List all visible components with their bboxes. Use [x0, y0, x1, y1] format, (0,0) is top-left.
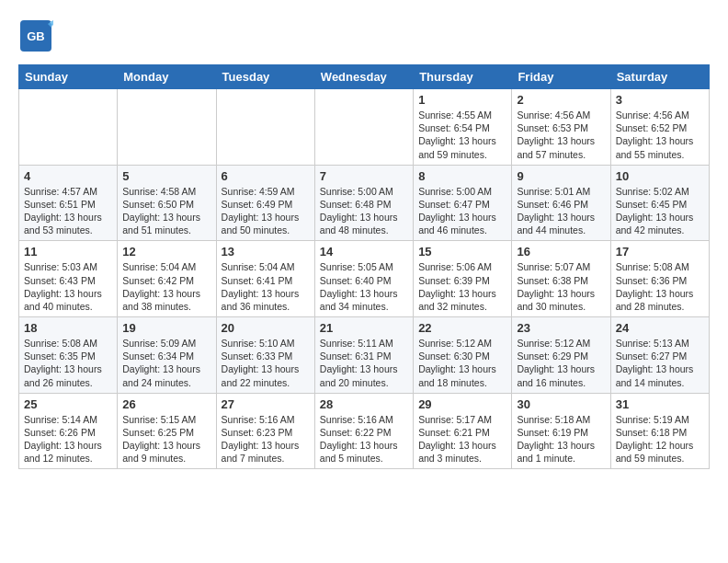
calendar-cell: 9Sunrise: 5:01 AM Sunset: 6:46 PM Daylig…: [512, 165, 610, 241]
calendar-cell: 31Sunrise: 5:19 AM Sunset: 6:18 PM Dayli…: [610, 393, 709, 469]
weekday-header-monday: Monday: [118, 65, 216, 89]
day-info: Sunrise: 5:07 AM Sunset: 6:38 PM Dayligh…: [517, 260, 605, 313]
day-number: 24: [616, 321, 704, 335]
day-number: 2: [517, 93, 605, 107]
weekday-header-sunday: Sunday: [19, 65, 118, 89]
calendar-cell: 28Sunrise: 5:16 AM Sunset: 6:22 PM Dayli…: [314, 393, 413, 469]
calendar-cell: 11Sunrise: 5:03 AM Sunset: 6:43 PM Dayli…: [19, 241, 118, 317]
day-info: Sunrise: 5:04 AM Sunset: 6:42 PM Dayligh…: [122, 260, 210, 313]
day-info: Sunrise: 5:00 AM Sunset: 6:47 PM Dayligh…: [418, 185, 506, 237]
calendar-cell: 4Sunrise: 4:57 AM Sunset: 6:51 PM Daylig…: [19, 165, 118, 241]
calendar-cell: 29Sunrise: 5:17 AM Sunset: 6:21 PM Dayli…: [414, 393, 512, 469]
page-container: GB SundayMondayTuesdayWednesdayThursdayF…: [0, 0, 728, 478]
calendar-cell: 25Sunrise: 5:14 AM Sunset: 6:26 PM Dayli…: [19, 393, 118, 469]
calendar-cell: 21Sunrise: 5:11 AM Sunset: 6:31 PM Dayli…: [314, 317, 413, 394]
calendar-cell: 1Sunrise: 4:55 AM Sunset: 6:54 PM Daylig…: [414, 89, 512, 166]
day-info: Sunrise: 5:04 AM Sunset: 6:41 PM Dayligh…: [222, 260, 310, 313]
calendar-week-row: 1Sunrise: 4:55 AM Sunset: 6:54 PM Daylig…: [19, 89, 710, 166]
day-info: Sunrise: 4:55 AM Sunset: 6:54 PM Dayligh…: [418, 109, 506, 161]
calendar-cell: 14Sunrise: 5:05 AM Sunset: 6:40 PM Dayli…: [314, 241, 413, 317]
calendar-week-row: 18Sunrise: 5:08 AM Sunset: 6:35 PM Dayli…: [19, 317, 710, 394]
logo-area: GB: [18, 18, 57, 53]
day-number: 31: [616, 397, 704, 411]
calendar-cell: 10Sunrise: 5:02 AM Sunset: 6:45 PM Dayli…: [610, 165, 709, 241]
day-number: 10: [616, 169, 704, 183]
day-info: Sunrise: 5:01 AM Sunset: 6:46 PM Dayligh…: [517, 185, 605, 237]
day-number: 3: [616, 93, 704, 107]
day-number: 11: [24, 245, 112, 259]
day-number: 20: [222, 321, 310, 335]
day-number: 14: [320, 245, 408, 259]
calendar-cell: 30Sunrise: 5:18 AM Sunset: 6:19 PM Dayli…: [512, 393, 610, 469]
calendar-cell: [216, 89, 314, 166]
svg-text:GB: GB: [27, 29, 45, 43]
day-number: 29: [418, 397, 506, 411]
day-number: 5: [122, 169, 210, 183]
calendar-cell: 7Sunrise: 5:00 AM Sunset: 6:48 PM Daylig…: [314, 165, 413, 241]
day-info: Sunrise: 4:57 AM Sunset: 6:51 PM Dayligh…: [24, 185, 112, 237]
day-number: 19: [122, 321, 210, 335]
calendar-table: SundayMondayTuesdayWednesdayThursdayFrid…: [18, 64, 710, 469]
day-info: Sunrise: 5:11 AM Sunset: 6:31 PM Dayligh…: [320, 337, 408, 389]
calendar-cell: 12Sunrise: 5:04 AM Sunset: 6:42 PM Dayli…: [118, 241, 216, 317]
day-info: Sunrise: 5:08 AM Sunset: 6:35 PM Dayligh…: [24, 337, 112, 389]
day-info: Sunrise: 4:56 AM Sunset: 6:52 PM Dayligh…: [616, 109, 704, 161]
day-info: Sunrise: 5:02 AM Sunset: 6:45 PM Dayligh…: [616, 185, 704, 237]
calendar-cell: 23Sunrise: 5:12 AM Sunset: 6:29 PM Dayli…: [512, 317, 610, 394]
weekday-header-tuesday: Tuesday: [216, 65, 314, 89]
day-number: 12: [122, 245, 210, 259]
calendar-cell: [19, 89, 118, 166]
day-info: Sunrise: 4:58 AM Sunset: 6:50 PM Dayligh…: [122, 185, 210, 237]
day-number: 26: [122, 397, 210, 411]
day-number: 1: [418, 93, 506, 107]
weekday-header-friday: Friday: [512, 65, 610, 89]
day-info: Sunrise: 5:06 AM Sunset: 6:39 PM Dayligh…: [418, 260, 506, 313]
day-info: Sunrise: 5:18 AM Sunset: 6:19 PM Dayligh…: [517, 413, 605, 465]
day-number: 13: [222, 245, 310, 259]
calendar-cell: 16Sunrise: 5:07 AM Sunset: 6:38 PM Dayli…: [512, 241, 610, 317]
day-number: 30: [517, 397, 605, 411]
calendar-cell: 13Sunrise: 5:04 AM Sunset: 6:41 PM Dayli…: [216, 241, 314, 317]
day-info: Sunrise: 5:03 AM Sunset: 6:43 PM Dayligh…: [24, 260, 112, 313]
calendar-cell: 19Sunrise: 5:09 AM Sunset: 6:34 PM Dayli…: [118, 317, 216, 394]
day-number: 16: [517, 245, 605, 259]
day-number: 7: [320, 169, 408, 183]
calendar-cell: 3Sunrise: 4:56 AM Sunset: 6:52 PM Daylig…: [610, 89, 709, 166]
calendar-cell: 18Sunrise: 5:08 AM Sunset: 6:35 PM Dayli…: [19, 317, 118, 394]
day-number: 15: [418, 245, 506, 259]
day-number: 6: [222, 169, 310, 183]
day-info: Sunrise: 5:16 AM Sunset: 6:22 PM Dayligh…: [320, 413, 408, 465]
calendar-cell: [314, 89, 413, 166]
calendar-week-row: 25Sunrise: 5:14 AM Sunset: 6:26 PM Dayli…: [19, 393, 710, 469]
day-number: 23: [517, 321, 605, 335]
day-info: Sunrise: 5:00 AM Sunset: 6:48 PM Dayligh…: [320, 185, 408, 237]
day-number: 27: [222, 397, 310, 411]
calendar-cell: 8Sunrise: 5:00 AM Sunset: 6:47 PM Daylig…: [414, 165, 512, 241]
day-number: 25: [24, 397, 112, 411]
header: GB: [18, 18, 710, 53]
day-number: 8: [418, 169, 506, 183]
calendar-week-row: 4Sunrise: 4:57 AM Sunset: 6:51 PM Daylig…: [19, 165, 710, 241]
day-info: Sunrise: 5:19 AM Sunset: 6:18 PM Dayligh…: [616, 413, 704, 465]
day-info: Sunrise: 5:10 AM Sunset: 6:33 PM Dayligh…: [222, 337, 310, 389]
calendar-cell: 2Sunrise: 4:56 AM Sunset: 6:53 PM Daylig…: [512, 89, 610, 166]
calendar-cell: 26Sunrise: 5:15 AM Sunset: 6:25 PM Dayli…: [118, 393, 216, 469]
day-number: 21: [320, 321, 408, 335]
calendar-cell: 27Sunrise: 5:16 AM Sunset: 6:23 PM Dayli…: [216, 393, 314, 469]
day-number: 9: [517, 169, 605, 183]
calendar-week-row: 11Sunrise: 5:03 AM Sunset: 6:43 PM Dayli…: [19, 241, 710, 317]
weekday-header-wednesday: Wednesday: [314, 65, 413, 89]
calendar-header-row: SundayMondayTuesdayWednesdayThursdayFrid…: [19, 65, 710, 89]
day-info: Sunrise: 5:05 AM Sunset: 6:40 PM Dayligh…: [320, 260, 408, 313]
weekday-header-thursday: Thursday: [414, 65, 512, 89]
calendar-cell: 24Sunrise: 5:13 AM Sunset: 6:27 PM Dayli…: [610, 317, 709, 394]
day-number: 22: [418, 321, 506, 335]
day-info: Sunrise: 5:14 AM Sunset: 6:26 PM Dayligh…: [24, 413, 112, 465]
logo-icon: GB: [18, 18, 53, 53]
calendar-cell: 17Sunrise: 5:08 AM Sunset: 6:36 PM Dayli…: [610, 241, 709, 317]
day-info: Sunrise: 5:08 AM Sunset: 6:36 PM Dayligh…: [616, 260, 704, 313]
calendar-cell: [118, 89, 216, 166]
day-number: 4: [24, 169, 112, 183]
calendar-cell: 6Sunrise: 4:59 AM Sunset: 6:49 PM Daylig…: [216, 165, 314, 241]
day-info: Sunrise: 4:56 AM Sunset: 6:53 PM Dayligh…: [517, 109, 605, 161]
